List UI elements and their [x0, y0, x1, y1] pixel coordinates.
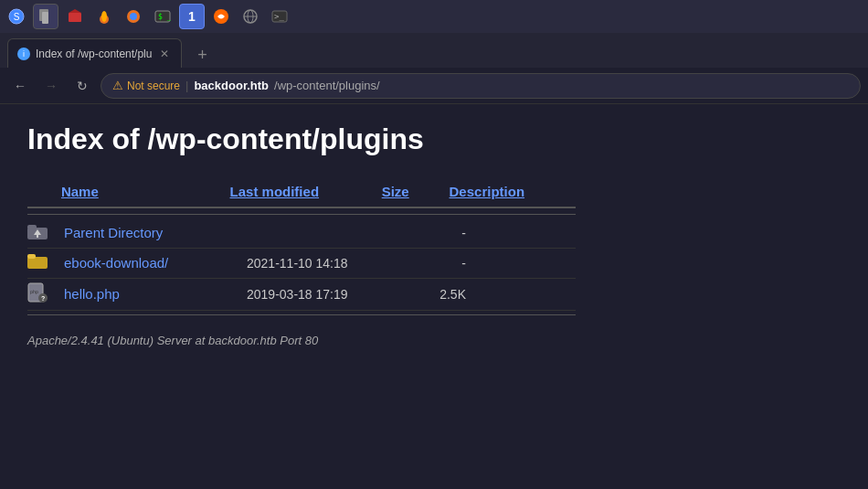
- tab-bar: i Index of /wp-content/plu ✕ +: [0, 33, 868, 68]
- row-name-ebook: ebook-download/: [64, 255, 247, 271]
- header-icon-spacer: [27, 184, 61, 199]
- taskbar-icon-dragon[interactable]: S: [4, 4, 29, 29]
- column-header-name[interactable]: Name: [61, 184, 230, 199]
- svg-rect-3: [42, 12, 48, 24]
- counter-label: 1: [188, 9, 196, 24]
- table-divider-top: [27, 214, 576, 215]
- table-row: php ? hello.php 2019-03-18 17:19 2.5K: [27, 279, 576, 311]
- svg-text:>_: >_: [274, 12, 284, 21]
- svg-text:php: php: [30, 289, 38, 295]
- row-modified-hello: 2019-03-18 17:19: [247, 287, 411, 302]
- address-domain: backdoor.htb: [194, 79, 269, 92]
- back-button[interactable]: ←: [7, 73, 33, 99]
- taskbar-icon-package[interactable]: [62, 4, 88, 29]
- security-text: Not secure: [127, 80, 180, 92]
- column-header-size[interactable]: Size: [382, 184, 450, 199]
- folder-icon: [27, 252, 48, 271]
- svg-text:$ _: $ _: [158, 13, 171, 21]
- row-size-parent: -: [411, 226, 484, 240]
- forward-button[interactable]: →: [38, 73, 64, 99]
- address-bar[interactable]: ⚠ Not secure | backdoor.htb /wp-content/…: [101, 73, 861, 99]
- taskbar-icon-fire[interactable]: [91, 4, 117, 29]
- table-header: Name Last modified Size Description: [27, 184, 576, 208]
- taskbar-icon-globe[interactable]: [238, 4, 263, 29]
- svg-point-9: [130, 13, 137, 20]
- address-path: /wp-content/plugins/: [274, 79, 380, 92]
- row-icon-parent: [27, 222, 64, 244]
- svg-text:?: ?: [41, 295, 45, 302]
- nav-bar: ← → ↻ ⚠ Not secure | backdoor.htb /wp-co…: [0, 68, 868, 104]
- server-footer: Apache/2.4.41 (Ubuntu) Server at backdoo…: [27, 334, 841, 347]
- taskbar: S $ _ 1 >_: [0, 0, 868, 33]
- row-modified-ebook: 2021-11-10 14:18: [247, 256, 411, 271]
- address-separator: |: [185, 79, 188, 92]
- browser: i Index of /wp-content/plu ✕ + ← → ↻ ⚠ N…: [0, 33, 868, 489]
- row-icon-folder: [27, 252, 64, 274]
- ebook-download-link[interactable]: ebook-download/: [64, 255, 168, 271]
- taskbar-icon-terminal[interactable]: $ _: [150, 4, 175, 29]
- parent-dir-link[interactable]: Parent Directory: [64, 225, 163, 240]
- row-size-hello: 2.5K: [411, 287, 484, 302]
- row-modified-parent: [247, 226, 411, 240]
- table-divider-bottom: [27, 314, 576, 315]
- svg-marker-5: [69, 9, 81, 13]
- row-icon-php: php ?: [27, 282, 64, 306]
- php-file-icon: php ?: [27, 282, 48, 303]
- taskbar-icon-counter[interactable]: 1: [179, 4, 205, 29]
- taskbar-icon-burp[interactable]: [208, 4, 234, 29]
- svg-point-7: [101, 11, 107, 22]
- svg-rect-23: [27, 254, 36, 259]
- tab-favicon: i: [17, 48, 30, 60]
- column-header-description[interactable]: Description: [450, 184, 576, 199]
- directory-table: Name Last modified Size Description: [27, 184, 576, 315]
- parent-dir-icon: [27, 222, 48, 240]
- new-tab-button[interactable]: +: [189, 42, 215, 68]
- taskbar-icon-files[interactable]: [33, 4, 58, 29]
- active-tab[interactable]: i Index of /wp-content/plu ✕: [7, 38, 182, 68]
- reload-button[interactable]: ↻: [69, 73, 95, 99]
- table-row: ebook-download/ 2021-11-10 14:18 -: [27, 249, 576, 279]
- svg-rect-21: [37, 235, 38, 238]
- tab-close-button[interactable]: ✕: [157, 47, 172, 61]
- tab-title: Index of /wp-content/plu: [36, 48, 152, 60]
- warning-icon: ⚠: [112, 79, 123, 92]
- svg-text:S: S: [14, 12, 20, 22]
- table-row: Parent Directory -: [27, 218, 576, 249]
- taskbar-icon-terminal2[interactable]: >_: [267, 4, 292, 29]
- row-size-ebook: -: [411, 256, 484, 271]
- security-indicator: ⚠ Not secure: [112, 79, 180, 92]
- row-name-hello: hello.php: [64, 286, 247, 303]
- svg-rect-4: [69, 13, 81, 22]
- page-content: Index of /wp-content/plugins Name Last m…: [0, 104, 868, 489]
- row-name-parent: Parent Directory: [64, 225, 247, 241]
- column-header-modified[interactable]: Last modified: [230, 184, 382, 199]
- hello-php-link[interactable]: hello.php: [64, 286, 120, 302]
- svg-rect-19: [27, 225, 37, 229]
- page-title: Index of /wp-content/plugins: [27, 122, 841, 156]
- taskbar-icon-firefox[interactable]: [121, 4, 146, 29]
